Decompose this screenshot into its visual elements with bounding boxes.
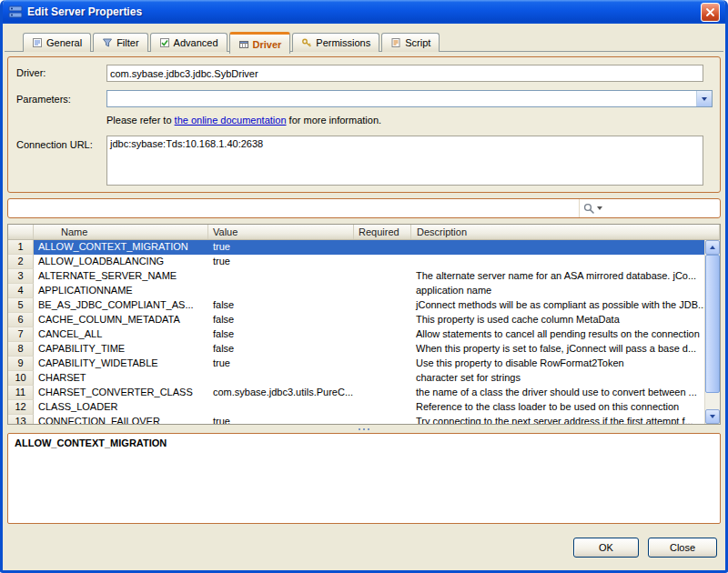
table-row[interactable]: 12 CLASS_LOADER Reference to the class l… — [8, 400, 720, 415]
driver-input[interactable] — [106, 65, 703, 82]
ok-button[interactable]: OK — [573, 538, 639, 558]
row-number-cell: 5 — [8, 298, 34, 313]
cell-value: false — [208, 313, 354, 327]
column-header-value[interactable]: Value — [208, 225, 354, 239]
script-tab-icon — [390, 37, 401, 48]
parameters-label: Parameters: — [16, 94, 71, 105]
table-row[interactable]: 6 CACHE_COLUMN_METADATA false This prope… — [8, 313, 720, 327]
table-row[interactable]: 3 ALTERNATE_SERVER_NAME The alternate se… — [8, 269, 720, 284]
tab-advanced-label: Advanced — [174, 37, 218, 48]
splitter-handle[interactable] — [7, 426, 721, 432]
tab-script[interactable]: Script — [381, 33, 440, 52]
row-cells: CHARSET_CONVERTER_CLASS com.sybase.jdbc3… — [34, 386, 704, 400]
cell-required — [354, 357, 411, 371]
table-row[interactable]: 2 ALLOW_LOADBALANCING true — [8, 255, 720, 269]
splitter-dot — [363, 428, 365, 430]
tab-permissions[interactable]: Permissions — [292, 33, 379, 52]
cell-required — [354, 342, 411, 357]
driver-tab-icon — [238, 39, 249, 50]
table-row[interactable]: 11 CHARSET_CONVERTER_CLASS com.sybase.jd… — [8, 386, 720, 400]
table-row[interactable]: 7 CANCEL_ALL false Allow statements to c… — [8, 327, 720, 342]
cell-value: true — [208, 255, 354, 269]
tab-general[interactable]: General — [23, 33, 91, 52]
filter-search-input[interactable] — [604, 201, 720, 216]
row-number-cell: 2 — [8, 255, 34, 269]
filter-tab-icon — [102, 37, 113, 48]
cell-value: false — [208, 327, 354, 342]
table-row[interactable]: 10 CHARSET character set for strings — [8, 371, 720, 386]
dialog-content: General Filter Advanced — [3, 24, 725, 570]
tab-driver-label: Driver — [253, 39, 282, 50]
table-row[interactable]: 8 CAPABILITY_TIME false When this proper… — [8, 342, 720, 357]
tab-driver[interactable]: Driver — [229, 32, 291, 54]
cell-description: Use this property to disable RowFormat2T… — [411, 357, 704, 371]
tab-advanced[interactable]: Advanced — [150, 33, 228, 52]
cell-value: true — [208, 415, 354, 424]
cell-value: com.sybase.jdbc3.utils.PureC... — [208, 386, 354, 400]
cell-name: APPLICATIONNAME — [34, 284, 208, 298]
row-number-cell: 9 — [8, 357, 34, 371]
cell-description: Allow statements to cancel all pending r… — [411, 327, 704, 342]
note-suffix: for more information. — [287, 115, 382, 126]
note-prefix: Please refer to — [106, 115, 175, 126]
table-row[interactable]: 5 BE_AS_JDBC_COMPLIANT_AS... false jConn… — [8, 298, 720, 313]
row-number-cell: 3 — [8, 269, 34, 284]
parameters-input[interactable] — [107, 91, 696, 106]
row-number-cell: 4 — [8, 284, 34, 298]
cell-description — [411, 255, 704, 269]
scroll-up-button[interactable] — [705, 240, 720, 255]
row-cells: CACHE_COLUMN_METADATA false This propert… — [34, 313, 704, 327]
cell-name: BE_AS_JDBC_COMPLIANT_AS... — [34, 298, 208, 313]
row-number-cell: 10 — [8, 371, 34, 386]
cell-value — [208, 371, 354, 386]
cell-name: ALTERNATE_SERVER_NAME — [34, 269, 208, 284]
tab-general-label: General — [46, 37, 82, 48]
selected-property-name: ALLOW_CONTEXT_MIGRATION — [15, 437, 167, 448]
column-header-required[interactable]: Required — [354, 225, 411, 239]
cell-name: ALLOW_LOADBALANCING — [34, 255, 208, 269]
cell-value — [208, 269, 354, 284]
cell-required — [354, 240, 411, 255]
parameters-dropdown-button[interactable] — [696, 91, 712, 106]
table-row[interactable]: 9 CAPABILITY_WIDETABLE true Use this pro… — [8, 357, 720, 371]
cell-description: character set for strings — [411, 371, 704, 386]
cell-name: ALLOW_CONTEXT_MIGRATION — [34, 240, 208, 255]
properties-table: Name Value Required Description 1 ALLOW_… — [7, 224, 721, 425]
advanced-tab-icon — [159, 37, 170, 48]
cell-name: CAPABILITY_TIME — [34, 342, 208, 357]
row-cells: CONNECTION_FAILOVER true Try connecting … — [34, 415, 704, 424]
tab-filter[interactable]: Filter — [93, 33, 147, 52]
title-bar: Edit Server Properties — [3, 0, 725, 24]
online-documentation-link[interactable]: the online documentation — [175, 115, 287, 126]
close-icon — [705, 7, 715, 17]
close-dialog-button[interactable]: Close — [648, 538, 717, 558]
cell-value: false — [208, 342, 354, 357]
row-cells: ALLOW_CONTEXT_MIGRATION true — [34, 240, 704, 255]
connection-url-textarea[interactable]: jdbc:sybase:Tds:10.168.1.40:2638 — [106, 136, 703, 186]
cell-description: the name of a class the driver should us… — [411, 386, 704, 400]
scroll-down-button[interactable] — [705, 409, 720, 424]
table-row[interactable]: 4 APPLICATIONNAME application name — [8, 284, 720, 298]
table-row[interactable]: 1 ALLOW_CONTEXT_MIGRATION true — [8, 240, 720, 255]
cell-description: Reference to the class loader to be used… — [411, 400, 704, 415]
cell-description: This property is used cache column MetaD… — [411, 313, 704, 327]
row-cells: ALLOW_LOADBALANCING true — [34, 255, 704, 269]
table-body: 1 ALLOW_CONTEXT_MIGRATION true 2 ALLOW_L… — [8, 240, 720, 424]
close-button[interactable] — [701, 3, 720, 22]
table-scrollbar[interactable] — [704, 240, 720, 424]
documentation-note: Please refer to the online documentation… — [106, 115, 381, 126]
column-header-description[interactable]: Description — [411, 225, 720, 239]
splitter-dot — [368, 428, 369, 430]
driver-settings-group: Driver: Parameters: Please refer to the … — [7, 56, 721, 193]
table-row[interactable]: 13 CONNECTION_FAILOVER true Try connecti… — [8, 415, 720, 424]
cell-required — [354, 284, 411, 298]
driver-label: Driver: — [16, 67, 46, 78]
scroll-thumb[interactable] — [705, 255, 720, 393]
cell-name: CLASS_LOADER — [34, 400, 208, 415]
column-header-name[interactable]: Name — [34, 225, 208, 239]
cell-required — [354, 386, 411, 400]
cell-name: CHARSET — [34, 371, 208, 386]
search-menu-button[interactable] — [583, 203, 602, 215]
search-icon — [583, 203, 595, 215]
cell-description: The alternate server name for an ASA mir… — [411, 269, 704, 284]
